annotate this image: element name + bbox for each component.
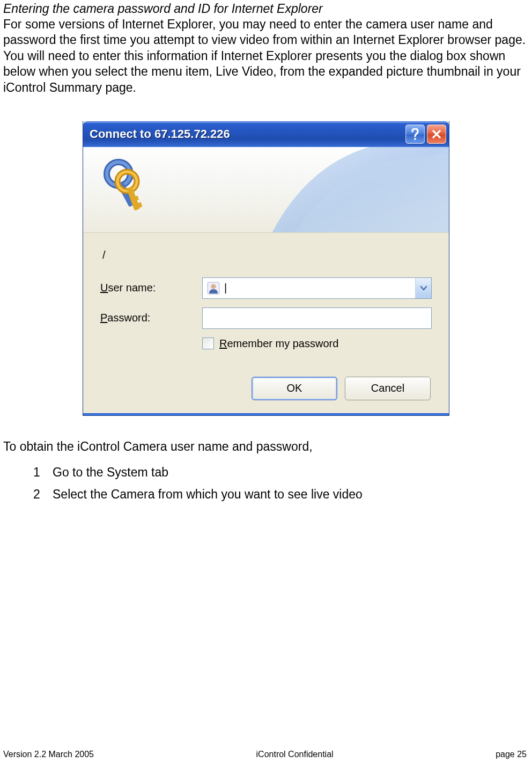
section-heading: Entering the camera password and ID for … <box>3 1 529 17</box>
remember-label: Remember my password <box>219 338 338 350</box>
step-1: 1 Go to the System tab <box>33 463 529 482</box>
dialog-banner <box>83 147 449 233</box>
auth-dialog: Connect to 67.125.72.226 <box>83 121 449 416</box>
realm-text: / <box>102 249 432 261</box>
user-icon <box>207 282 220 295</box>
cancel-button[interactable]: Cancel <box>345 377 431 400</box>
step-2: 2 Select the Camera from which you want … <box>33 485 529 504</box>
help-button[interactable] <box>405 124 425 144</box>
svg-point-0 <box>414 138 416 140</box>
close-button[interactable] <box>427 124 446 144</box>
username-dropdown-arrow[interactable] <box>415 278 431 298</box>
footer-version: Version 2.2 March 2005 <box>3 750 94 759</box>
remember-checkbox[interactable] <box>202 338 214 349</box>
password-label: Password: <box>100 312 202 324</box>
footer-page: page 25 <box>496 750 527 759</box>
svg-point-11 <box>211 284 216 289</box>
keys-icon <box>96 157 155 216</box>
ok-button[interactable]: OK <box>252 377 337 400</box>
chevron-down-icon <box>420 285 427 291</box>
obtain-text: To obtain the iControl Camera user name … <box>3 438 529 455</box>
username-value: | <box>224 282 415 294</box>
footer-center: iControl Confidential <box>94 750 496 759</box>
titlebar-text: Connect to 67.125.72.226 <box>90 127 405 141</box>
username-label: User name: <box>100 282 202 294</box>
password-input[interactable] <box>202 307 432 329</box>
steps-list: 1 Go to the System tab 2 Select the Came… <box>3 463 529 504</box>
banner-swoosh <box>234 147 449 233</box>
titlebar: Connect to 67.125.72.226 <box>83 121 449 147</box>
username-combobox[interactable]: | <box>202 277 432 299</box>
page-footer: Version 2.2 March 2005 iControl Confiden… <box>0 750 532 759</box>
intro-paragraph: For some versions of Internet Explorer, … <box>3 17 529 96</box>
